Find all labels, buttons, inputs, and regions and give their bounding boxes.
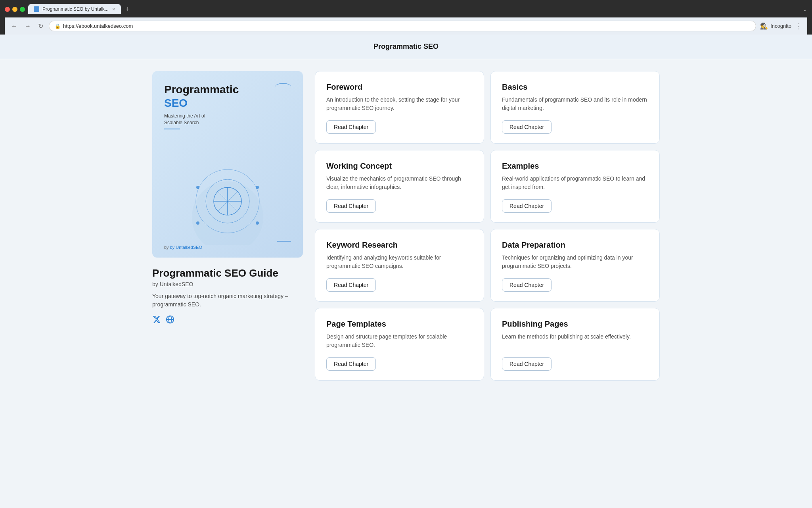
chapter-desc-0: An introduction to the ebook, setting th… (326, 96, 473, 112)
new-tab-button[interactable]: + (126, 5, 130, 13)
book-art-svg (184, 158, 271, 245)
chapter-card-4: Keyword Research Identifying and analyzi… (315, 229, 484, 302)
book-cover: Programmatic SEO Mastering the Art ofSca… (152, 71, 303, 258)
twitter-icon[interactable] (152, 315, 161, 326)
reload-button[interactable]: ↻ (36, 21, 45, 31)
forward-button[interactable]: → (23, 22, 33, 31)
read-chapter-button-5[interactable]: Read Chapter (502, 278, 552, 292)
read-chapter-button-6[interactable]: Read Chapter (326, 357, 376, 371)
svg-point-10 (196, 221, 199, 225)
svg-point-11 (256, 221, 259, 225)
page-header: Programmatic SEO (0, 35, 812, 59)
chapters-grid: Foreword An introduction to the ebook, s… (315, 71, 660, 381)
browser-toolbar: ← → ↻ 🔒 https://ebook.untalkedseo.com 🕵️… (5, 17, 807, 35)
globe-icon[interactable] (166, 315, 174, 326)
close-window-button[interactable] (5, 7, 10, 12)
chapter-desc-1: Fundamentals of programmatic SEO and its… (502, 96, 648, 112)
chapter-title-1: Basics (502, 83, 648, 92)
incognito-icon: 🕵️ (760, 22, 768, 30)
chapter-card-0: Foreword An introduction to the ebook, s… (315, 71, 484, 144)
chapter-card-1: Basics Fundamentals of programmatic SEO … (490, 71, 660, 144)
book-info-author: by UntalkedSEO (152, 281, 303, 287)
read-chapter-button-4[interactable]: Read Chapter (326, 278, 376, 292)
read-chapter-button-1[interactable]: Read Chapter (502, 120, 552, 134)
cover-title: Programmatic SEO Mastering the Art ofSca… (164, 83, 291, 129)
read-chapter-button-2[interactable]: Read Chapter (326, 199, 376, 213)
main-content: Programmatic SEO Mastering the Art ofSca… (128, 59, 684, 393)
tab-dropdown-button[interactable]: ⌄ (802, 6, 807, 12)
page-title: Programmatic SEO (8, 42, 804, 51)
tab-close-button[interactable]: ✕ (112, 7, 115, 12)
book-cover-art (164, 129, 291, 245)
left-panel: Programmatic SEO Mastering the Art ofSca… (152, 71, 303, 381)
back-button[interactable]: ← (10, 22, 19, 31)
chapter-desc-6: Design and structure page templates for … (326, 333, 473, 349)
chapter-desc-3: Real-world applications of programmatic … (502, 175, 648, 191)
lock-icon: 🔒 (55, 23, 61, 29)
chapter-desc-4: Identifying and analyzing keywords suita… (326, 254, 473, 270)
chapter-card-3: Examples Real-world applications of prog… (490, 150, 660, 223)
tab-title: Programmatic SEO by Untalk... (42, 6, 109, 12)
chapter-title-6: Page Templates (326, 319, 473, 329)
book-info: Programmatic SEO Guide by UntalkedSEO Yo… (152, 267, 303, 326)
url-display: https://ebook.untalkedseo.com (63, 23, 133, 29)
chapter-desc-2: Visualize the mechanics of programmatic … (326, 175, 473, 191)
chapter-desc-7: Learn the methods for publishing at scal… (502, 333, 648, 349)
chapter-card-6: Page Templates Design and structure page… (315, 308, 484, 381)
chapter-card-7: Publishing Pages Learn the methods for p… (490, 308, 660, 381)
chapter-card-2: Working Concept Visualize the mechanics … (315, 150, 484, 223)
browser-chrome: Programmatic SEO by Untalk... ✕ + ⌄ ← → … (0, 0, 812, 35)
tab-bar: Programmatic SEO by Untalk... ✕ + ⌄ (5, 4, 807, 14)
minimize-window-button[interactable] (12, 7, 17, 12)
read-chapter-button-3[interactable]: Read Chapter (502, 199, 552, 213)
chapter-title-2: Working Concept (326, 162, 473, 171)
window-controls (5, 7, 25, 12)
chapter-desc-5: Techniques for organizing and optimizing… (502, 254, 648, 270)
incognito-label: Incognito (770, 23, 791, 29)
fullscreen-window-button[interactable] (20, 7, 25, 12)
social-links (152, 315, 303, 326)
svg-point-8 (196, 186, 199, 189)
chapter-title-5: Data Preparation (502, 241, 648, 250)
read-chapter-button-0[interactable]: Read Chapter (326, 120, 376, 134)
browser-menu-button[interactable]: ⋮ (795, 22, 802, 31)
tab-favicon (34, 6, 39, 12)
incognito-area: 🕵️ Incognito (760, 22, 791, 30)
chapter-card-5: Data Preparation Techniques for organizi… (490, 229, 660, 302)
cover-subtitle: Mastering the Art ofScalable Search (164, 113, 291, 129)
arc-decoration (275, 83, 291, 91)
book-info-title: Programmatic SEO Guide (152, 267, 303, 279)
chapter-title-3: Examples (502, 162, 648, 171)
cover-title-seo: SEO (164, 97, 188, 109)
cover-byline: by by UntalkedSEO (164, 245, 202, 250)
chapter-title-7: Publishing Pages (502, 319, 648, 329)
address-bar[interactable]: 🔒 https://ebook.untalkedseo.com (49, 21, 756, 31)
svg-point-9 (256, 186, 259, 189)
cover-title-line1: Programmatic SEO (164, 83, 291, 110)
active-tab[interactable]: Programmatic SEO by Untalk... ✕ (28, 4, 121, 14)
read-chapter-button-7[interactable]: Read Chapter (502, 357, 552, 371)
book-info-description: Your gateway to top-notch organic market… (152, 292, 303, 309)
chapter-title-0: Foreword (326, 83, 473, 92)
line-decoration (277, 241, 291, 242)
chapter-title-4: Keyword Research (326, 241, 473, 250)
